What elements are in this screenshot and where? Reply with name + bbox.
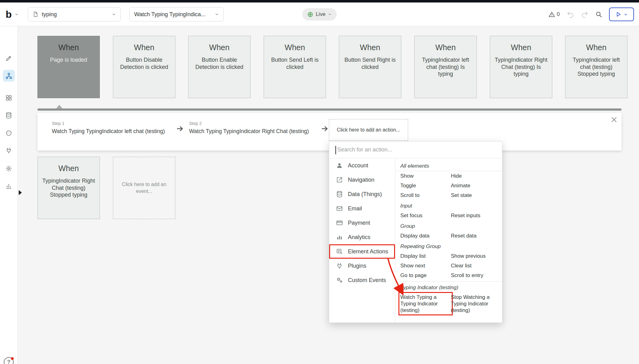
step-1[interactable]: Step 1 Watch Typing TypingIndicator left… bbox=[52, 121, 165, 135]
sidebar-item-logs[interactable] bbox=[3, 180, 15, 192]
event-card[interactable]: When TypingIndicator Right Chat (testing… bbox=[490, 36, 552, 98]
analytics-icon bbox=[336, 234, 343, 241]
category-custom-events[interactable]: Custom Events bbox=[329, 273, 395, 287]
event-title: When bbox=[38, 43, 100, 52]
page-icon bbox=[32, 11, 39, 17]
event-body: TypingIndicator left chat (testing) Stop… bbox=[565, 56, 627, 78]
action-item[interactable]: Hide bbox=[451, 173, 500, 179]
sidebar-item-plugins[interactable] bbox=[3, 145, 15, 156]
globe-icon bbox=[307, 12, 313, 17]
event-body: TypingIndicator Right Chat (testing) Sto… bbox=[38, 177, 100, 199]
event-body: TypingIndicator Right Chat (testing) Is … bbox=[490, 56, 552, 78]
data-icon bbox=[336, 191, 343, 198]
chart-icon bbox=[5, 183, 12, 189]
environment-label: Live bbox=[316, 11, 325, 17]
action-row: Go to page Scroll to entry bbox=[395, 271, 502, 280]
event-card[interactable]: When Button Send Left is clicked bbox=[264, 36, 326, 98]
step-arrow-icon bbox=[176, 125, 184, 134]
logo-menu[interactable]: b bbox=[6, 2, 19, 26]
action-item[interactable]: Go to page bbox=[400, 272, 451, 279]
add-event-button[interactable]: Click here to add an event... bbox=[113, 157, 175, 219]
event-card[interactable]: When Button Disable Detection is clicked bbox=[113, 36, 175, 98]
sidebar-item-components[interactable] bbox=[3, 92, 15, 104]
action-item[interactable]: Set focus bbox=[400, 212, 451, 219]
event-body: Button Send Right is clicked bbox=[339, 56, 401, 70]
workflow-selector-dropdown[interactable]: Watch Typing TypingIndica... bbox=[129, 7, 224, 22]
search-icon[interactable] bbox=[595, 11, 602, 18]
event-title: When bbox=[415, 43, 476, 52]
action-item[interactable]: Animate bbox=[451, 182, 500, 189]
category-label: Element Actions bbox=[348, 248, 388, 255]
category-email[interactable]: Email bbox=[329, 201, 395, 216]
action-item[interactable]: Reset inputs bbox=[451, 212, 500, 219]
category-analytics[interactable]: Analytics bbox=[329, 230, 395, 244]
step-2[interactable]: Step 2 Watch Typing TypingIndicator Righ… bbox=[189, 121, 309, 135]
category-label: Custom Events bbox=[348, 277, 386, 284]
action-item[interactable]: Reset data bbox=[451, 232, 500, 239]
events-scrollbar[interactable] bbox=[37, 108, 622, 111]
event-card[interactable]: When TypingIndicator left chat (testing)… bbox=[565, 36, 627, 98]
sidebar-item-styles[interactable] bbox=[3, 127, 15, 139]
topbar: b typing Watch Typing TypingIndica... bbox=[0, 2, 639, 26]
topbar-actions: 0 bbox=[549, 2, 634, 26]
action-item-stop-watching[interactable]: Stop Watching a Typing Indicator (testin… bbox=[451, 294, 500, 314]
add-action-button[interactable]: Click here to add an action... bbox=[329, 119, 408, 141]
section-header: Input bbox=[395, 200, 502, 211]
action-item[interactable]: Display list bbox=[400, 253, 451, 259]
event-card[interactable]: When TypingIndicator left chat (testing)… bbox=[414, 36, 477, 98]
preview-button[interactable] bbox=[609, 7, 634, 21]
action-item[interactable]: Show previous bbox=[451, 253, 500, 259]
action-item[interactable]: Show bbox=[400, 173, 451, 179]
page-selector-value: typing bbox=[42, 11, 109, 18]
action-item[interactable]: Set state bbox=[451, 192, 500, 199]
category-navigation[interactable]: Navigation bbox=[329, 173, 395, 187]
action-item[interactable]: Clear list bbox=[451, 262, 500, 269]
step-label: Step 1 bbox=[52, 121, 165, 126]
category-element-actions[interactable]: Element Actions bbox=[329, 244, 395, 259]
chevron-down-icon bbox=[624, 12, 628, 17]
action-item[interactable]: Toggle bbox=[400, 182, 451, 189]
action-menu: Account Navigation Data (Things) Email bbox=[329, 141, 502, 323]
event-card[interactable]: When Button Enable Detection is clicked bbox=[188, 36, 251, 98]
action-row: Toggle Animate bbox=[395, 181, 502, 190]
category-plugins[interactable]: Plugins bbox=[329, 259, 395, 273]
action-row: Set focus Reset inputs bbox=[395, 211, 502, 220]
event-card[interactable]: When Button Send Right is clicked bbox=[339, 36, 401, 98]
app-window: b typing Watch Typing TypingIndica... bbox=[0, 0, 639, 364]
sidebar-item-settings[interactable] bbox=[3, 163, 15, 175]
styles-icon bbox=[5, 130, 12, 136]
sidebar-item-data[interactable] bbox=[3, 109, 15, 121]
action-item-watch-typing[interactable]: Watch Typing a Typing Indicator (testing… bbox=[400, 294, 451, 314]
action-item[interactable]: Show next bbox=[400, 262, 451, 269]
action-item[interactable]: Scroll to bbox=[400, 192, 451, 199]
collapse-handle-icon[interactable] bbox=[19, 190, 22, 195]
category-label: Account bbox=[348, 162, 368, 169]
action-search-input[interactable] bbox=[329, 141, 502, 158]
action-search[interactable] bbox=[329, 141, 502, 158]
action-list: All elements Show Hide Toggle Animate Sc… bbox=[395, 158, 502, 323]
element-actions-icon bbox=[336, 248, 343, 255]
section-header: All elements bbox=[395, 160, 502, 171]
sidebar-item-workflow[interactable] bbox=[3, 70, 15, 82]
close-icon[interactable] bbox=[610, 116, 618, 125]
chevron-down-icon bbox=[112, 12, 116, 17]
issues-indicator[interactable]: 0 bbox=[549, 11, 560, 18]
category-payment[interactable]: Payment bbox=[329, 216, 395, 230]
selected-event-pointer bbox=[56, 105, 62, 108]
help-button[interactable]: ? bbox=[4, 357, 14, 364]
chevron-down-icon bbox=[328, 12, 332, 16]
environment-switcher[interactable]: Live bbox=[302, 8, 337, 21]
event-title: When bbox=[339, 43, 401, 52]
warning-icon bbox=[549, 11, 555, 18]
category-account[interactable]: Account bbox=[329, 158, 395, 173]
sidebar-item-design[interactable] bbox=[3, 52, 15, 64]
navigation-icon bbox=[336, 176, 343, 183]
event-card[interactable]: When TypingIndicator Right Chat (testing… bbox=[37, 157, 100, 219]
page-selector-dropdown[interactable]: typing bbox=[28, 7, 121, 22]
action-item[interactable]: Scroll to entry bbox=[451, 272, 500, 279]
redo-icon[interactable] bbox=[581, 11, 588, 18]
action-item[interactable]: Display data bbox=[400, 232, 451, 239]
event-card[interactable]: When Page is loaded bbox=[37, 36, 100, 98]
category-data-things[interactable]: Data (Things) bbox=[329, 187, 395, 201]
undo-icon[interactable] bbox=[567, 11, 574, 18]
